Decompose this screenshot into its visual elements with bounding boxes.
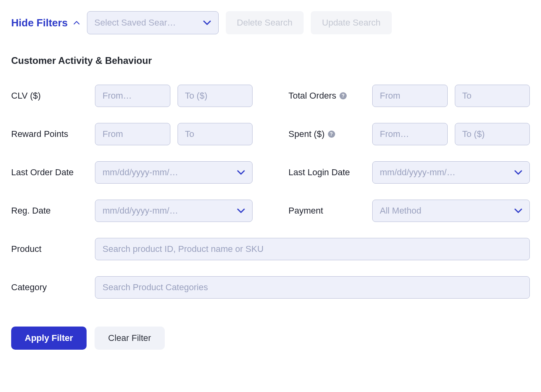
reg-date-placeholder: mm/dd/yyyy-mm/… — [103, 206, 178, 216]
spent-to-input[interactable] — [455, 123, 530, 145]
hide-filters-label: Hide Filters — [11, 17, 68, 29]
filter-row-reward-points: Reward Points — [11, 123, 253, 145]
category-search-input[interactable] — [95, 276, 530, 299]
spent-range — [372, 123, 530, 145]
total-orders-range — [372, 85, 530, 107]
help-icon[interactable]: ? — [340, 92, 347, 99]
chevron-down-icon — [237, 208, 245, 213]
last-order-date-label: Last Order Date — [11, 167, 95, 178]
filter-row-total-orders: Total Orders ? — [288, 85, 530, 107]
apply-filter-button[interactable]: Apply Filter — [11, 327, 87, 350]
reward-points-to-input[interactable] — [178, 123, 253, 145]
reward-points-label: Reward Points — [11, 129, 95, 139]
total-orders-from-input[interactable] — [372, 85, 448, 107]
hide-filters-toggle[interactable]: Hide Filters — [11, 17, 80, 29]
clv-from-input[interactable] — [95, 85, 170, 107]
filter-row-last-order-date: Last Order Date mm/dd/yyyy-mm/… — [11, 161, 253, 184]
total-orders-label: Total Orders ? — [288, 91, 372, 101]
filter-row-clv: CLV ($) — [11, 85, 253, 107]
chevron-down-icon — [237, 170, 245, 175]
last-login-date-label: Last Login Date — [288, 167, 372, 178]
delete-search-button[interactable]: Delete Search — [226, 11, 304, 34]
payment-method-select[interactable]: All Method — [372, 200, 530, 222]
total-orders-label-text: Total Orders — [288, 91, 336, 101]
product-search-input[interactable] — [95, 238, 530, 260]
filter-row-category: Category — [11, 276, 530, 299]
chevron-down-icon — [514, 208, 522, 213]
filter-row-product: Product — [11, 238, 530, 260]
filter-row-reg-date: Reg. Date mm/dd/yyyy-mm/… — [11, 200, 253, 222]
spent-label: Spent ($) ? — [288, 129, 372, 139]
filter-row-payment: Payment All Method — [288, 200, 530, 222]
spent-from-input[interactable] — [372, 123, 448, 145]
last-order-date-placeholder: mm/dd/yyyy-mm/… — [103, 167, 178, 178]
product-label: Product — [11, 244, 95, 254]
chevron-down-icon — [514, 170, 522, 175]
reward-points-range — [95, 123, 253, 145]
payment-method-selected: All Method — [380, 206, 421, 216]
clv-label: CLV ($) — [11, 91, 95, 101]
spent-label-text: Spent ($) — [288, 129, 325, 139]
clv-to-input[interactable] — [178, 85, 253, 107]
help-icon[interactable]: ? — [328, 131, 335, 138]
saved-search-select[interactable]: Select Saved Sear… — [87, 11, 219, 34]
clv-range — [95, 85, 253, 107]
filter-header-row: Hide Filters Select Saved Sear… Delete S… — [11, 11, 530, 34]
clear-filter-button[interactable]: Clear Filter — [95, 327, 165, 350]
last-order-date-picker[interactable]: mm/dd/yyyy-mm/… — [95, 161, 253, 184]
reg-date-picker[interactable]: mm/dd/yyyy-mm/… — [95, 200, 253, 222]
payment-label: Payment — [288, 206, 372, 216]
category-label: Category — [11, 282, 95, 293]
update-search-button[interactable]: Update Search — [311, 11, 392, 34]
section-title: Customer Activity & Behaviour — [11, 55, 530, 66]
chevron-down-icon — [203, 20, 211, 25]
filter-grid: CLV ($) Total Orders ? Reward Points Spe… — [11, 85, 530, 299]
chevron-up-icon — [73, 20, 80, 26]
last-login-date-placeholder: mm/dd/yyyy-mm/… — [380, 167, 455, 178]
last-login-date-picker[interactable]: mm/dd/yyyy-mm/… — [372, 161, 530, 184]
filter-row-spent: Spent ($) ? — [288, 123, 530, 145]
filter-row-last-login-date: Last Login Date mm/dd/yyyy-mm/… — [288, 161, 530, 184]
footer-actions: Apply Filter Clear Filter — [11, 327, 530, 350]
total-orders-to-input[interactable] — [455, 85, 530, 107]
saved-search-placeholder: Select Saved Sear… — [95, 18, 176, 28]
reg-date-label: Reg. Date — [11, 206, 95, 216]
reward-points-from-input[interactable] — [95, 123, 170, 145]
